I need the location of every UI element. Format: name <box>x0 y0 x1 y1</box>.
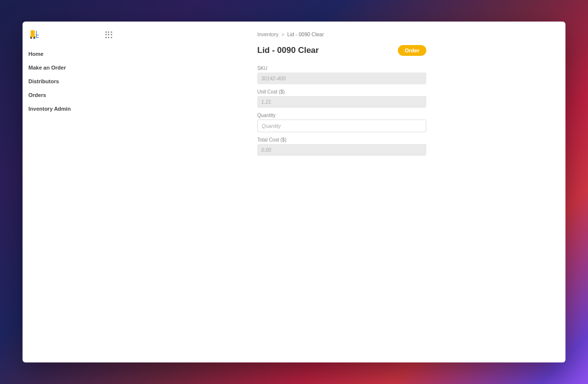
unit-cost-value: 1.21 <box>257 96 426 108</box>
svg-point-2 <box>30 37 32 39</box>
content-area: Inventory > Lid - 0090 Clear Lid - 0090 … <box>94 22 565 362</box>
field-unit-cost: Unit Cost ($) 1.21 <box>257 89 426 108</box>
field-total-cost: Total Cost ($) 0.00 <box>257 137 426 156</box>
breadcrumb-current: Lid - 0090 Clear <box>287 31 324 37</box>
sidebar-nav: Home Make an Order Distributors Orders I… <box>28 48 94 115</box>
sidebar-item-inventory-admin[interactable]: Inventory Admin <box>28 103 94 115</box>
sidebar-item-orders[interactable]: Orders <box>28 89 94 101</box>
forklift-logo-icon <box>28 29 39 39</box>
svg-rect-0 <box>31 30 35 36</box>
sku-value: 30142-400 <box>257 72 426 84</box>
unit-cost-label: Unit Cost ($) <box>257 89 426 95</box>
sidebar-item-distributors[interactable]: Distributors <box>28 75 94 87</box>
page-title: Lid - 0090 Clear <box>257 46 319 55</box>
main-form-area: Inventory > Lid - 0090 Clear Lid - 0090 … <box>257 29 426 156</box>
sidebar-item-home[interactable]: Home <box>28 48 94 60</box>
order-button[interactable]: Order <box>398 45 426 56</box>
svg-rect-4 <box>36 31 37 38</box>
sidebar-item-make-order[interactable]: Make an Order <box>28 62 94 73</box>
total-cost-value: 0.00 <box>257 144 426 156</box>
svg-rect-5 <box>36 35 39 35</box>
quantity-label: Quantity <box>257 113 426 118</box>
field-quantity: Quantity <box>257 113 426 132</box>
breadcrumb: Inventory > Lid - 0090 Clear <box>257 31 426 37</box>
title-row: Lid - 0090 Clear Order <box>257 45 426 56</box>
svg-rect-6 <box>36 37 39 38</box>
field-sku: SKU 30142-400 <box>257 66 426 84</box>
apps-grid-icon[interactable] <box>105 31 112 38</box>
svg-point-3 <box>33 37 35 39</box>
sku-label: SKU <box>257 66 426 71</box>
breadcrumb-separator: > <box>281 31 284 37</box>
total-cost-label: Total Cost ($) <box>257 137 426 143</box>
quantity-input[interactable] <box>257 120 426 132</box>
app-window: Home Make an Order Distributors Orders I… <box>23 22 565 362</box>
breadcrumb-parent[interactable]: Inventory <box>257 31 278 37</box>
svg-rect-1 <box>30 36 36 37</box>
sidebar: Home Make an Order Distributors Orders I… <box>23 22 94 362</box>
